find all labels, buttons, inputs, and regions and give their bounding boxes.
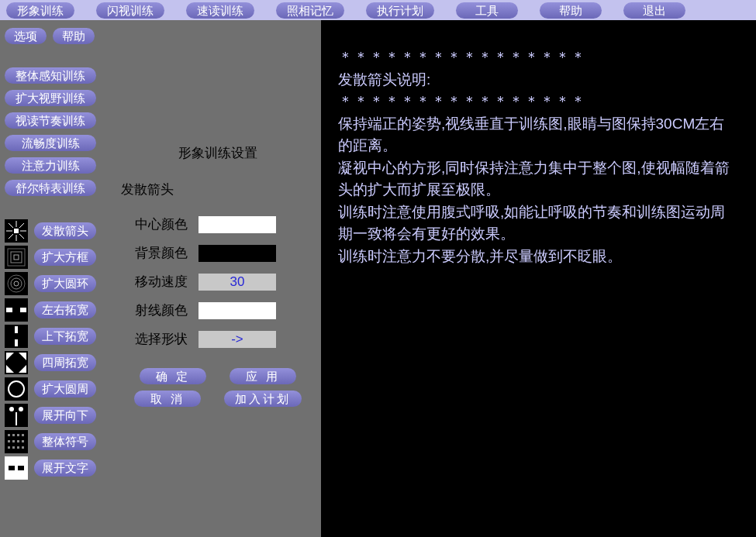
bg-color-swatch[interactable]	[198, 245, 276, 262]
svg-marker-20	[19, 353, 26, 360]
svg-marker-21	[6, 365, 14, 373]
svg-point-25	[19, 407, 23, 411]
svg-point-13	[11, 278, 22, 289]
top-nav: 形象训练 闪视训练 速读训练 照相记忆 执行计划 工具 帮助 退出	[0, 0, 756, 20]
sidebar-cat-reading-rhythm[interactable]: 视读节奏训练	[5, 112, 96, 129]
svg-point-14	[14, 281, 19, 286]
svg-rect-31	[8, 440, 10, 442]
add-plan-button[interactable]: 加入计划	[224, 391, 302, 407]
sidebar-item-whole-symbol[interactable]: 整体符号	[5, 430, 110, 453]
settings-title: 形象训练设置	[124, 144, 312, 162]
svg-point-12	[8, 275, 25, 292]
shape-value[interactable]: ->	[198, 331, 276, 348]
sidebar-item-diverge-arrows[interactable]: 发散箭头	[5, 219, 110, 243]
svg-rect-18	[15, 339, 18, 346]
svg-rect-34	[22, 440, 24, 442]
svg-rect-26	[16, 412, 17, 425]
svg-rect-33	[17, 440, 19, 442]
sidebar-item-label: 扩大圆周	[34, 380, 96, 398]
svg-marker-19	[6, 353, 14, 360]
svg-rect-10	[11, 252, 22, 263]
svg-rect-17	[15, 326, 18, 333]
widen-lr-icon	[5, 298, 28, 322]
sidebar-item-widen-ud[interactable]: 上下拓宽	[5, 325, 110, 348]
sidebar-cat-whole-perception[interactable]: 整体感知训练	[5, 67, 96, 84]
svg-rect-0	[14, 229, 19, 233]
speed-value[interactable]: 30	[198, 274, 276, 291]
svg-point-23	[9, 381, 24, 397]
sidebar: 选项 帮助 整体感知训练 扩大视野训练 视读节奏训练 流畅度训练 注意力训练 舒…	[0, 20, 115, 537]
sidebar-item-expand-box[interactable]: 扩大方框	[5, 246, 110, 269]
topnav-flash-training[interactable]: 闪视训练	[96, 2, 164, 19]
sidebar-item-unfold-text[interactable]: 展开文字	[5, 456, 110, 480]
center-color-swatch[interactable]	[198, 216, 276, 233]
widen-all-icon	[5, 351, 28, 374]
sidebar-item-label: 左右拓宽	[34, 301, 96, 318]
sidebar-help-button[interactable]: 帮助	[53, 28, 95, 44]
topnav-speed-reading[interactable]: 速读训练	[186, 2, 254, 19]
topnav-execute-plan[interactable]: 执行计划	[366, 2, 434, 19]
sidebar-cat-schulte[interactable]: 舒尔特表训练	[5, 180, 96, 196]
svg-rect-40	[18, 466, 24, 470]
sidebar-item-expand-ring[interactable]: 扩大圆环	[5, 272, 110, 295]
topnav-help[interactable]: 帮助	[540, 2, 602, 19]
svg-line-5	[9, 223, 13, 228]
stars-divider: ＊＊＊＊＊＊＊＊＊＊＊＊＊＊＊＊	[338, 46, 739, 69]
svg-rect-28	[12, 434, 15, 436]
topnav-photo-memory[interactable]: 照相记忆	[276, 2, 344, 19]
svg-rect-11	[14, 255, 19, 260]
description-panel: ＊＊＊＊＊＊＊＊＊＊＊＊＊＊＊＊ 发散箭头说明: ＊＊＊＊＊＊＊＊＊＊＊＊＊＊＊…	[321, 20, 756, 537]
sidebar-item-label: 展开文字	[34, 460, 96, 477]
sidebar-cat-expand-vision[interactable]: 扩大视野训练	[5, 90, 96, 106]
svg-rect-27	[8, 434, 10, 436]
sidebar-item-label: 扩大方框	[34, 249, 96, 266]
bg-color-label: 背景颜色	[124, 244, 188, 262]
expand-circle-icon	[5, 377, 28, 401]
cancel-button[interactable]: 取 消	[134, 391, 201, 407]
sidebar-item-label: 上下拓宽	[34, 328, 96, 345]
sidebar-item-label: 整体符号	[34, 433, 96, 450]
stars-divider: ＊＊＊＊＊＊＊＊＊＊＊＊＊＊＊＊	[338, 91, 739, 113]
svg-line-8	[9, 234, 13, 239]
svg-line-7	[19, 223, 24, 228]
svg-line-6	[19, 234, 24, 239]
svg-rect-9	[8, 249, 25, 266]
widen-ud-icon	[5, 325, 28, 348]
topnav-image-training[interactable]: 形象训练	[6, 2, 74, 19]
apply-button[interactable]: 应 用	[230, 368, 296, 384]
sidebar-item-label: 四周拓宽	[34, 354, 96, 371]
svg-rect-37	[17, 446, 19, 449]
sidebar-cat-attention[interactable]: 注意力训练	[5, 157, 96, 174]
sidebar-cat-fluency[interactable]: 流畅度训练	[5, 135, 96, 151]
settings-panel: 形象训练设置 发散箭头 中心颜色 背景颜色 移动速度 30 射线颜色 选择形状 …	[115, 20, 321, 537]
shape-label: 选择形状	[124, 330, 188, 348]
svg-rect-36	[12, 446, 15, 449]
svg-point-24	[9, 407, 14, 411]
whole-symbol-icon	[5, 430, 28, 453]
description-heading: 发散箭头说明:	[338, 69, 739, 91]
topnav-tools[interactable]: 工具	[456, 2, 518, 19]
ray-color-swatch[interactable]	[198, 302, 276, 319]
sidebar-options-button[interactable]: 选项	[5, 28, 47, 44]
sidebar-item-widen-all[interactable]: 四周拓宽	[5, 351, 110, 374]
svg-rect-32	[12, 440, 15, 442]
speed-label: 移动速度	[124, 273, 188, 291]
center-color-label: 中心颜色	[124, 215, 188, 233]
expand-ring-icon	[5, 272, 28, 295]
unfold-down-icon	[5, 404, 28, 427]
sidebar-item-widen-lr[interactable]: 左右拓宽	[5, 298, 110, 322]
sidebar-item-label: 发散箭头	[34, 222, 96, 239]
svg-rect-30	[22, 434, 24, 436]
sidebar-item-unfold-down[interactable]: 展开向下	[5, 404, 110, 427]
sidebar-item-expand-circle[interactable]: 扩大圆周	[5, 377, 110, 401]
svg-rect-35	[8, 446, 10, 449]
diverge-arrows-icon	[5, 219, 28, 243]
topnav-exit[interactable]: 退出	[623, 2, 685, 19]
svg-rect-16	[20, 308, 26, 312]
description-line: 凝视中心的方形,同时保持注意力集中于整个图,使视幅随着箭头的扩大而扩展至极限。	[338, 157, 739, 201]
left-panel: 选项 帮助 整体感知训练 扩大视野训练 视读节奏训练 流畅度训练 注意力训练 舒…	[0, 20, 321, 537]
ok-button[interactable]: 确 定	[140, 368, 206, 384]
svg-rect-39	[9, 466, 15, 470]
description-line: 保持端正的姿势,视线垂直于训练图,眼睛与图保持30CM左右的距离。	[338, 113, 739, 157]
description-line: 训练时注意力不要分散,并尽量做到不眨眼。	[338, 246, 739, 268]
